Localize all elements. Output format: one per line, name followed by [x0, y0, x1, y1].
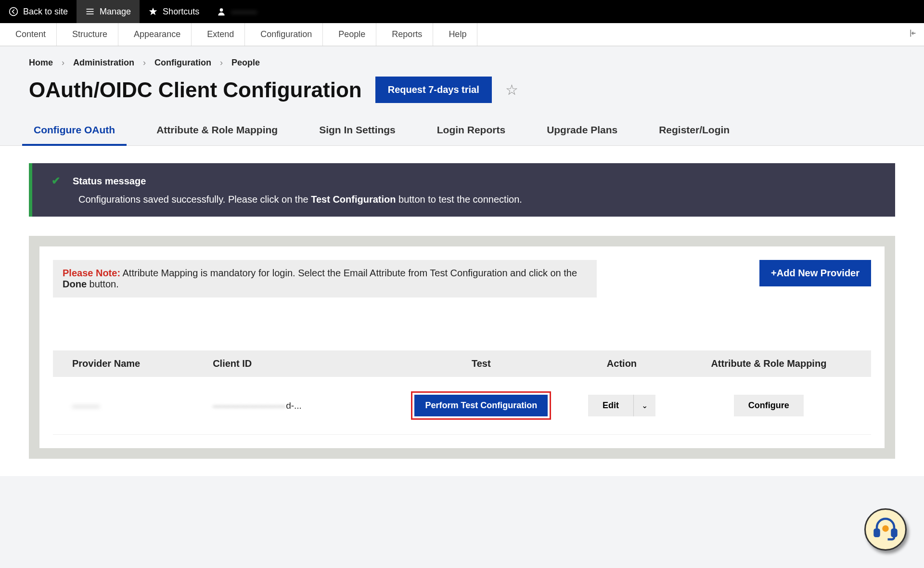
svg-point-0: [10, 8, 18, 16]
note-label: Please Note:: [63, 268, 120, 278]
menu-content[interactable]: Content: [0, 23, 57, 46]
test-button-highlight: Perform Test Configuration: [411, 391, 551, 420]
crumb-configuration[interactable]: Configuration: [154, 58, 211, 68]
svg-rect-1: [87, 9, 94, 10]
shortcuts-label: Shortcuts: [163, 7, 199, 17]
admin-menu: Content Structure Appearance Extend Conf…: [0, 23, 924, 46]
svg-rect-2: [87, 11, 94, 12]
back-to-site-link[interactable]: Back to site: [0, 0, 77, 23]
th-provider-name: Provider Name: [72, 358, 213, 369]
breadcrumb: Home › Administration › Configuration › …: [0, 46, 924, 72]
crumb-administration[interactable]: Administration: [73, 58, 134, 68]
user-icon: [217, 7, 226, 16]
th-test: Test: [404, 358, 558, 369]
checkmark-icon: ✔: [51, 175, 60, 187]
user-name-label: ———: [231, 7, 257, 17]
menu-reports-label: Reports: [392, 29, 422, 39]
menu-configuration[interactable]: Configuration: [245, 23, 323, 46]
svg-point-4: [220, 8, 223, 12]
hamburger-icon: [85, 7, 95, 16]
table-row: ——— ————————d-... Perform Test Configura…: [53, 377, 871, 435]
edit-dropdown-toggle[interactable]: ⌄: [633, 395, 655, 416]
main-content: ✔ Status message Configurations saved su…: [0, 146, 924, 476]
back-to-site-label: Back to site: [23, 7, 68, 17]
edit-button[interactable]: Edit: [588, 395, 633, 416]
menu-configuration-label: Configuration: [260, 29, 312, 39]
providers-table: Provider Name Client ID Test Action Attr…: [53, 350, 871, 435]
page-title-row: OAuth/OIDC Client Configuration Request …: [0, 72, 924, 116]
th-action: Action: [558, 358, 686, 369]
menu-extend[interactable]: Extend: [192, 23, 245, 46]
status-message: ✔ Status message Configurations saved su…: [29, 163, 895, 217]
note-box: Please Note: Attribute Mapping is mandat…: [53, 260, 597, 297]
configure-button[interactable]: Configure: [734, 395, 804, 416]
chevron-right-icon: ›: [62, 58, 64, 68]
favorite-star-icon[interactable]: ☆: [505, 81, 518, 98]
shortcuts-link[interactable]: Shortcuts: [140, 0, 208, 23]
table-header: Provider Name Client ID Test Action Attr…: [53, 350, 871, 377]
menu-extend-label: Extend: [207, 29, 234, 39]
status-body: Configurations saved successfully. Pleas…: [51, 194, 876, 205]
tab-attribute-role-mapping[interactable]: Attribute & Role Mapping: [152, 116, 282, 145]
star-icon: [148, 7, 158, 16]
crumb-home[interactable]: Home: [29, 58, 53, 68]
menu-help[interactable]: Help: [433, 23, 477, 46]
manage-label: Manage: [100, 7, 131, 17]
cell-client-id-blur: ————————: [213, 400, 286, 411]
request-trial-button[interactable]: Request 7-days trial: [375, 77, 492, 103]
config-tabs: Configure OAuth Attribute & Role Mapping…: [0, 116, 924, 146]
action-button-group: Edit ⌄: [588, 395, 655, 416]
page-title: OAuth/OIDC Client Configuration: [29, 78, 362, 102]
arrow-left-circle-icon: [9, 7, 18, 16]
chevron-right-icon: ›: [143, 58, 146, 68]
cell-client-id-suffix: d-...: [286, 400, 302, 411]
menu-people-label: People: [338, 29, 365, 39]
collapse-icon: [907, 28, 917, 41]
collapse-toolbar-button[interactable]: [900, 23, 924, 46]
tab-configure-oauth[interactable]: Configure OAuth: [29, 116, 120, 145]
menu-appearance[interactable]: Appearance: [118, 23, 192, 46]
user-menu[interactable]: ———: [208, 0, 266, 23]
menu-structure-label: Structure: [72, 29, 107, 39]
th-attribute-mapping: Attribute & Role Mapping: [686, 358, 852, 369]
crumb-people[interactable]: People: [231, 58, 260, 68]
menu-people[interactable]: People: [323, 23, 376, 46]
manage-link[interactable]: Manage: [77, 0, 140, 23]
top-toolbar: Back to site Manage Shortcuts ———: [0, 0, 924, 23]
providers-panel-wrapper: Please Note: Attribute Mapping is mandat…: [29, 236, 895, 459]
chevron-right-icon: ›: [220, 58, 223, 68]
status-title: Status message: [73, 176, 146, 187]
menu-help-label: Help: [449, 29, 466, 39]
th-client-id: Client ID: [213, 358, 404, 369]
tab-upgrade-plans[interactable]: Upgrade Plans: [542, 116, 622, 145]
perform-test-configuration-button[interactable]: Perform Test Configuration: [414, 395, 548, 416]
tab-sign-in-settings[interactable]: Sign In Settings: [314, 116, 400, 145]
cell-provider-name: ———: [72, 400, 100, 411]
providers-panel: Please Note: Attribute Mapping is mandat…: [39, 246, 885, 448]
menu-reports[interactable]: Reports: [376, 23, 433, 46]
svg-rect-3: [87, 13, 94, 14]
menu-structure[interactable]: Structure: [57, 23, 118, 46]
menu-appearance-label: Appearance: [134, 29, 180, 39]
tab-login-reports[interactable]: Login Reports: [432, 116, 510, 145]
add-new-provider-button[interactable]: +Add New Provider: [759, 260, 871, 286]
tab-register-login[interactable]: Register/Login: [654, 116, 734, 145]
chevron-down-icon: ⌄: [642, 401, 648, 410]
menu-content-label: Content: [15, 29, 46, 39]
